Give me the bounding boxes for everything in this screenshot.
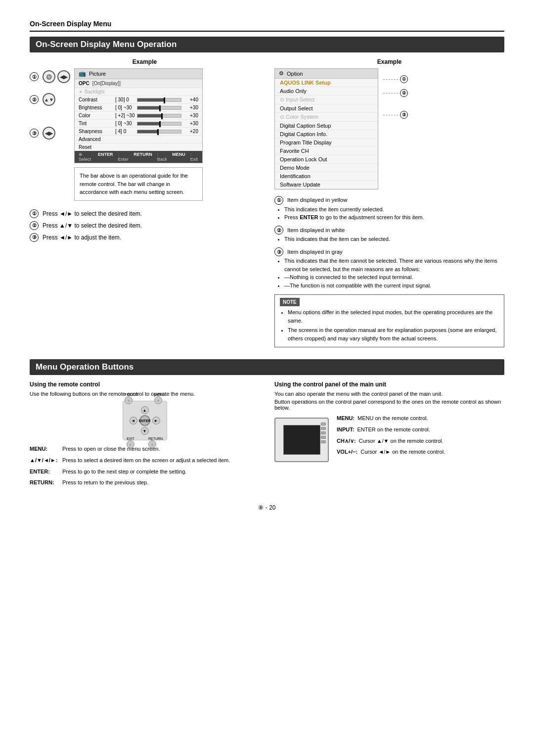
enter-btn: ENTER — [139, 415, 150, 426]
ctrl-menu-row: MENU: MENU on the remote control. — [337, 414, 445, 423]
remote-col-title: Using the remote control — [30, 381, 260, 388]
option-row-digital-caption-info: Digital Caption Info. — [275, 130, 378, 139]
picture-menu: 📺 Picture OPC [On[Display]] ☀ Backlight … — [74, 68, 203, 163]
option-row-demo-mode: Demo Mode — [275, 164, 378, 172]
sharpness-row: Sharpness [ 4] 0 +20 — [75, 128, 202, 136]
control-panel-intro2: Button operations on the control panel c… — [274, 399, 504, 411]
nav-bar: ⊕ Select ENTER : Enter RETURN : Back MEN… — [75, 151, 202, 163]
callout-3: ③ — [400, 111, 408, 119]
option-title-bar: ⚙ Option — [275, 69, 378, 79]
control-panel-col: Using the control panel of the main unit… — [274, 381, 504, 489]
brightness-row: Brightness [ 0] ~30 +30 — [75, 104, 202, 112]
ctrl-ch-row: CH∧/∨: Cursor ▲/▼ on the remote control. — [337, 436, 445, 446]
buttons-two-col: Using the remote control Use the followi… — [30, 381, 504, 489]
right-btn: ► — [152, 417, 160, 425]
menu-panel-btn — [321, 427, 326, 430]
tint-row: Tint [ 0] ~30 +30 — [75, 120, 202, 128]
vol-btn — [321, 440, 326, 443]
menu-buttons-section: Menu Operation Buttons Using the remote … — [30, 359, 504, 489]
press-step-1: ① Press ◄/► to select the desired item. — [30, 208, 260, 220]
step2-circle: ② — [30, 95, 39, 104]
ctrl-vol-row: VOL+/−: Cursor ◄/► on the remote control… — [337, 447, 445, 457]
main-two-col: Example ① 🔘 ◀▶ ② ▲▼ ③ ◀▶ — [30, 58, 504, 347]
control-labels: MENU: MENU on the remote control. INPUT:… — [337, 414, 445, 459]
key-table: MENU: Press to open or close the menu sc… — [30, 444, 260, 487]
return-key-row: RETURN: Press to return to the previous … — [30, 478, 260, 487]
option-row-output: Output Select — [275, 104, 378, 113]
step3-btn: ◀▶ — [43, 127, 55, 140]
second-section-header: Menu Operation Buttons — [30, 359, 504, 375]
legend-item-2: ② Item displayed in white This indicates… — [274, 226, 504, 243]
note-item-1: Menu options differ in the selected inpu… — [288, 308, 499, 325]
freeze-btn: ○ — [125, 396, 133, 404]
left-menu-box: 📺 Picture OPC [On[Display]] ☀ Backlight … — [74, 68, 203, 201]
power-btn — [321, 423, 326, 425]
main-section-header: On-Screen Display Menu Operation — [30, 37, 504, 52]
ctrl-input-row: INPUT: ENTER on the remote control. — [337, 425, 445, 434]
option-row-operation-lock: Operation Lock Out — [275, 155, 378, 164]
contrast-row: Contrast [ 30] 0 +40 — [75, 96, 202, 104]
control-panel-title: Using the control panel of the main unit — [274, 381, 504, 388]
option-row-aquos: AQUOS LINK Setup — [275, 79, 378, 87]
menu-title-bar: 📺 Picture — [75, 69, 202, 79]
down-btn: ▼ — [141, 427, 149, 435]
step3-circle: ③ — [30, 129, 39, 138]
step2-btn: ▲▼ — [43, 93, 55, 106]
option-row-identification: Identification — [275, 172, 378, 181]
input-panel-btn — [321, 431, 326, 434]
remote-diagram: FREEZE ○ MENU ○ ▲ ◄ — [123, 401, 167, 440]
option-menu-box: ⚙ Option AQUOS LINK Setup Audio Only ⊙ I… — [274, 68, 378, 189]
color-row: Color [ +2] ~30 +30 — [75, 112, 202, 120]
step1-btn: 🔘 — [43, 70, 55, 83]
right-example-label: Example — [274, 58, 504, 65]
note-box: NOTE Menu options differ in the selected… — [274, 294, 504, 347]
left-example-col: Example ① 🔘 ◀▶ ② ▲▼ ③ ◀▶ — [30, 58, 260, 347]
callout-2: ② — [400, 89, 408, 97]
option-icon: ⚙ — [279, 70, 284, 77]
option-row-audio: Audio Only — [275, 87, 378, 95]
enter-key-row: ENTER: Press to go to the next step or c… — [30, 467, 260, 476]
menu-btn: ○ — [154, 396, 162, 404]
control-panel-intro: You can also operate the menu with the c… — [274, 391, 504, 397]
ch-btn — [321, 436, 326, 439]
arrows-key-row: ▲/▼/◄/►: Press to select a desired item … — [30, 456, 260, 465]
note-item-2: The screens in the operation manual are … — [288, 326, 499, 342]
exit-btn: ○ — [127, 440, 134, 448]
legend-item-1: ① Item displayed in yellow This indicate… — [274, 195, 504, 222]
left-btn: ◄ — [130, 417, 137, 425]
tv-icon: 📺 — [79, 70, 86, 77]
tv-diagram — [274, 414, 329, 466]
option-row-favorite-ch: Favorite CH — [275, 147, 378, 155]
option-row-program-title: Program Title Display — [275, 139, 378, 147]
option-row-software-update: Software Update — [275, 181, 378, 189]
return-btn: ○ — [148, 440, 156, 448]
step1-btn2: ◀▶ — [57, 70, 70, 83]
legend-item-3: ③ Item displayed in gray This indicates … — [274, 247, 504, 290]
step1-circle: ① — [30, 72, 39, 81]
press-steps: ① Press ◄/► to select the desired item. … — [30, 208, 260, 243]
right-menu-wrapper: ⚙ Option AQUOS LINK Setup Audio Only ⊙ I… — [274, 68, 504, 189]
left-example-label: Example — [30, 58, 260, 65]
page-section-title: On-Screen Display Menu — [30, 20, 504, 32]
option-row-color-system: ⊙ Color System — [275, 113, 378, 122]
backlight-icon: ☀ — [79, 90, 83, 94]
annotation-box: The bar above is an operational guide fo… — [74, 167, 203, 201]
right-example-col: Example ⚙ Option AQUOS LINK Setup Audio … — [274, 58, 504, 347]
advanced-row: Advanced — [75, 136, 202, 143]
backlight-row: ☀ Backlight — [75, 88, 202, 96]
opc-row: OPC [On[Display]] — [75, 79, 202, 88]
tv-controls — [321, 423, 326, 443]
option-row-input: ⊙ Input Select — [275, 95, 378, 104]
option-row-digital-caption: Digital Caption Setup — [275, 122, 378, 130]
press-step-2: ② Press ▲/▼ to select the desired item. — [30, 220, 260, 232]
callout-1: ① — [400, 75, 408, 83]
up-btn: ▲ — [141, 406, 149, 414]
legend-section: ① Item displayed in yellow This indicate… — [274, 195, 504, 289]
press-step-3: ③ Press ◄/► to adjust the item. — [30, 232, 260, 243]
tv-screen — [283, 425, 320, 455]
reset-row: Reset — [75, 143, 202, 151]
remote-col: Using the remote control Use the followi… — [30, 381, 260, 489]
page-footer: ⑧ - 20 — [30, 504, 504, 511]
